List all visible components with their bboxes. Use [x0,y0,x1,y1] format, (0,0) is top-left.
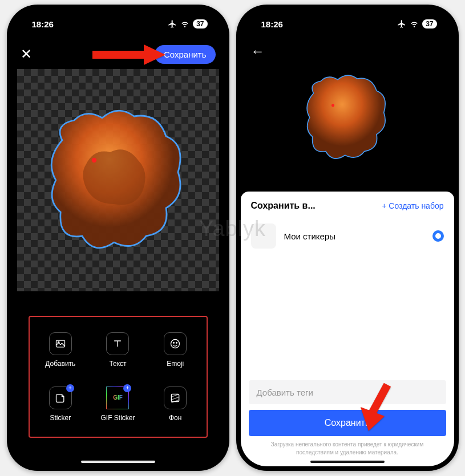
tool-gif-sticker[interactable]: GIF + GIF Sticker [89,377,147,431]
battery-indicator: 37 [193,19,207,29]
tool-sticker[interactable]: + Sticker [32,377,90,431]
sheet-title: Сохранить в... [251,201,316,211]
set-thumbnail [251,223,276,249]
sticker-preview [296,66,399,169]
save-sheet: Сохранить в... + Создать набор Мои стике… [241,192,454,466]
status-time: 18:26 [261,19,283,29]
tool-label: Фон [169,414,181,422]
image-icon [49,332,72,355]
create-set-button[interactable]: + Создать набор [382,201,443,210]
gif-label: GIF [113,394,123,401]
dynamic-island [313,16,382,34]
tool-label: Добавить [45,360,75,368]
svg-point-3 [171,339,180,348]
save-button[interactable]: Сохранить [249,410,446,436]
svg-point-5 [176,342,177,343]
tool-text[interactable]: Текст [89,323,147,377]
annotation-arrow-icon [92,42,167,67]
emoji-icon [164,332,187,355]
wifi-icon [410,20,419,28]
tool-add[interactable]: Добавить [32,323,90,377]
screen-left: 18:26 37 ✕ Сохранить [11,9,225,466]
tags-input[interactable]: Добавить теги [249,380,446,404]
back-arrow-icon[interactable]: ← [251,43,265,59]
radio-selected-icon[interactable] [432,230,444,242]
sticker-icon: + [49,387,72,409]
editor-canvas[interactable] [17,69,219,291]
tool-emoji[interactable]: Emoji [147,323,204,377]
screen-right: 18:26 37 ← [241,9,454,466]
battery-indicator: 37 [422,19,436,29]
gif-icon: GIF + [106,387,129,409]
dynamic-island [84,16,152,34]
plus-badge-icon: + [123,384,131,392]
phone-left: 18:26 37 ✕ Сохранить [7,5,229,471]
text-icon [106,332,129,355]
svg-point-4 [173,342,175,343]
sheet-header: Сохранить в... + Создать набор [241,192,454,218]
tool-background[interactable]: Фон [147,377,204,431]
home-indicator[interactable] [310,461,385,463]
svg-point-7 [331,104,334,107]
sticker-cutout[interactable] [38,100,198,260]
status-time: 18:26 [32,19,54,29]
tool-label: Emoji [167,360,184,368]
tags-placeholder: Добавить теги [257,388,313,397]
svg-point-2 [58,341,59,343]
plus-badge-icon: + [66,384,74,392]
phone-right: 18:26 37 ← [236,5,459,471]
status-icons: 37 [168,19,207,29]
tool-label: Текст [109,360,126,368]
set-name-label: Мои стикеры [284,231,336,241]
airplane-icon [397,19,406,29]
tool-label: Sticker [50,414,71,422]
airplane-icon [168,19,177,29]
wifi-icon [180,20,189,28]
annotation-arrow-icon [356,382,396,433]
close-icon[interactable]: ✕ [21,46,32,62]
home-indicator[interactable] [81,461,155,463]
svg-point-0 [91,158,96,162]
status-icons: 37 [397,19,436,29]
tools-panel: Добавить Текст Emoji + Sticker [29,316,208,438]
sticker-set-row[interactable]: Мои стикеры [241,218,454,254]
background-icon [164,387,187,409]
tool-label: GIF Sticker [100,414,135,422]
